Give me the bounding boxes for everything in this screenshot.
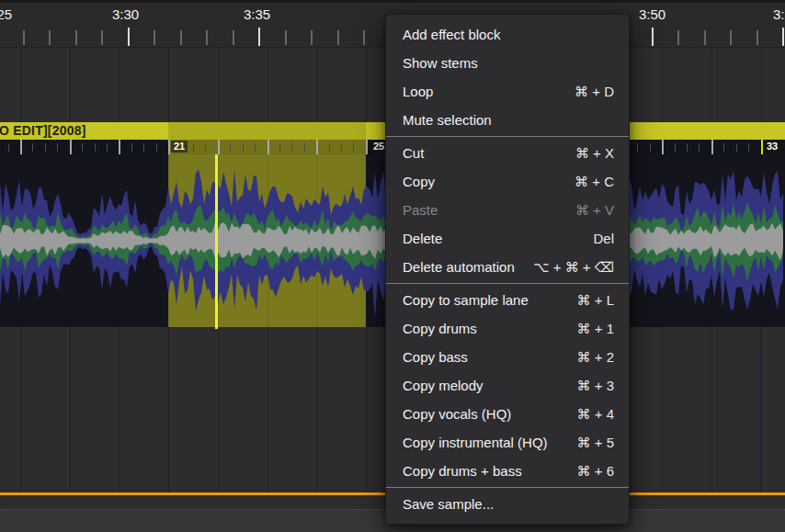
menu-item-shortcut: ⌘ + 2 [577, 349, 614, 366]
menu-item-label: Delete [403, 231, 442, 246]
menu-item-delete[interactable]: DeleteDel [386, 224, 629, 253]
menu-item-label: Copy [403, 174, 435, 189]
bar-gridline [70, 48, 71, 122]
bar-gridline [711, 48, 712, 122]
menu-item-save-sample[interactable]: Save sample... [386, 490, 629, 518]
menu-separator [386, 283, 629, 284]
time-tick-minor [180, 30, 182, 45]
menu-item-delete-automation[interactable]: Delete automation⌥ + ⌘ + ⌫ [386, 253, 629, 281]
menu-item-label: Copy drums [403, 321, 477, 336]
time-tick-minor [206, 30, 208, 45]
menu-item-shortcut: ⌘ + D [575, 84, 614, 100]
bar-gridline [70, 327, 71, 492]
menu-item-copy-drums-bass[interactable]: Copy drums + bass⌘ + 6 [386, 457, 629, 485]
bar-number: 21 [171, 141, 188, 153]
menu-item-shortcut: ⌘ + X [575, 145, 614, 162]
menu-item-label: Paste [403, 202, 438, 218]
bar-gridline [267, 327, 268, 492]
menu-item-label: Copy instrumental (HQ) [403, 435, 548, 450]
bar-gridline [119, 48, 119, 122]
time-tick-minor [233, 30, 234, 45]
menu-item-label: Copy drums + bass [403, 463, 522, 479]
menu-item-shortcut: ⌘ + 4 [577, 406, 614, 423]
context-menu: Add effect blockShow stemsLoop⌘ + DMute … [385, 14, 630, 525]
time-tick-minor [75, 30, 77, 45]
bar-gridline [218, 327, 219, 492]
time-tick-minor [101, 30, 103, 45]
menu-item-add-effect-block[interactable]: Add effect block [386, 20, 629, 49]
menu-item-copy-instrumental-hq[interactable]: Copy instrumental (HQ)⌘ + 5 [386, 428, 629, 457]
time-tick-minor [49, 30, 51, 45]
menu-item-label: Save sample... [403, 496, 494, 512]
menu-item-shortcut: ⌘ + C [575, 174, 614, 190]
menu-item-label: Copy bass [403, 349, 468, 365]
menu-item-label: Copy vocals (HQ) [403, 406, 511, 422]
menu-item-mute-selection[interactable]: Mute selection [386, 106, 629, 134]
time-tick-minor [154, 30, 155, 45]
menu-separator [386, 487, 629, 488]
menu-item-copy-to-sample-lane[interactable]: Copy to sample lane⌘ + L [386, 286, 629, 314]
menu-item-shortcut: ⌘ + V [575, 202, 614, 219]
audio-editor-window: 3:253:303:353:503:55 IO EDIT][2008] 2125… [0, 0, 785, 532]
bar-gridline [267, 48, 268, 122]
menu-item-label: Mute selection [403, 112, 492, 128]
bar-number: 33 [764, 141, 780, 153]
bar-gridline [316, 48, 317, 122]
menu-separator [386, 136, 629, 137]
selection-edge-line [366, 48, 367, 122]
bar-gridline [20, 48, 21, 122]
menu-item-show-stems[interactable]: Show stems [386, 49, 629, 77]
bar-gridline [316, 327, 317, 492]
menu-item-shortcut: Del [593, 231, 614, 246]
bar-gridline [761, 48, 762, 122]
menu-item-copy-bass[interactable]: Copy bass⌘ + 2 [386, 343, 629, 371]
bar-gridline [711, 327, 712, 492]
time-tick-minor [337, 30, 339, 45]
menu-item-shortcut: ⌥ + ⌘ + ⌫ [533, 259, 614, 276]
time-tick-minor [285, 30, 287, 45]
time-tick-minor [311, 30, 313, 45]
selection-edge-line [366, 327, 367, 492]
time-tick-minor [730, 30, 732, 45]
menu-item-copy-vocals-hq[interactable]: Copy vocals (HQ)⌘ + 4 [386, 400, 629, 428]
bar-gridline [218, 48, 219, 122]
clip-header-selection-shade [168, 122, 366, 140]
menu-item-copy-drums[interactable]: Copy drums⌘ + 1 [386, 314, 629, 343]
time-tick-major [128, 28, 130, 46]
selection-edge-line [168, 327, 169, 492]
menu-item-label: Copy to sample lane [403, 292, 529, 308]
menu-item-shortcut: ⌘ + 3 [577, 378, 614, 394]
menu-item-copy-melody[interactable]: Copy melody⌘ + 3 [386, 371, 629, 400]
time-tick-minor [704, 30, 706, 45]
menu-item-shortcut: ⌘ + 5 [577, 435, 614, 451]
menu-item-paste: Paste⌘ + V [386, 196, 629, 224]
time-tick-minor [363, 30, 365, 45]
bar-gridline [119, 327, 119, 492]
time-tick-minor [757, 30, 758, 45]
time-tick-minor [677, 30, 679, 45]
menu-item-cut[interactable]: Cut⌘ + X [386, 139, 629, 167]
menu-item-label: Copy melody [403, 378, 484, 393]
time-tick-major [258, 28, 260, 46]
playhead[interactable] [215, 154, 218, 329]
time-tick-major [782, 28, 784, 46]
selection-edge-line [168, 48, 169, 122]
time-tick-minor [23, 30, 25, 45]
menu-item-label: Add effect block [403, 27, 500, 42]
bar-gridline [662, 48, 663, 122]
menu-item-shortcut: ⌘ + 6 [577, 463, 614, 480]
menu-item-label: Loop [403, 84, 433, 99]
menu-item-label: Show stems [403, 55, 478, 71]
time-tick-major [652, 28, 654, 46]
menu-item-copy[interactable]: Copy⌘ + C [386, 167, 629, 196]
menu-item-loop[interactable]: Loop⌘ + D [386, 77, 629, 106]
menu-item-shortcut: ⌘ + 1 [577, 321, 614, 337]
bar-gridline [662, 327, 663, 492]
menu-item-label: Delete automation [403, 259, 515, 275]
bar-33-marker-line [760, 327, 762, 492]
clip-title: IO EDIT][2008] [0, 123, 86, 138]
menu-item-label: Cut [403, 145, 424, 161]
bar-gridline [20, 327, 21, 492]
menu-item-shortcut: ⌘ + L [577, 292, 614, 309]
